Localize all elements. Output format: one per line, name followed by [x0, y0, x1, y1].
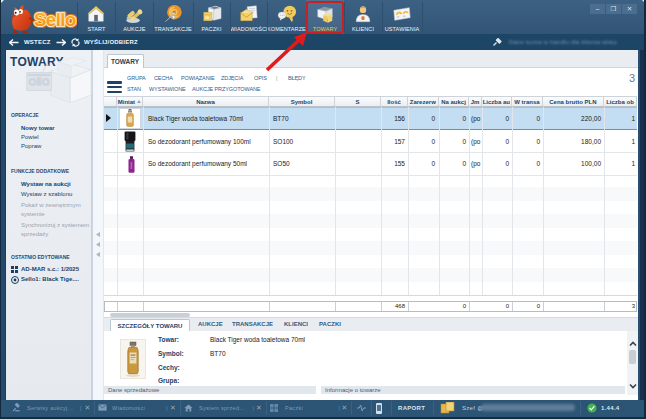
svg-text:Sello: Sello	[34, 9, 76, 30]
